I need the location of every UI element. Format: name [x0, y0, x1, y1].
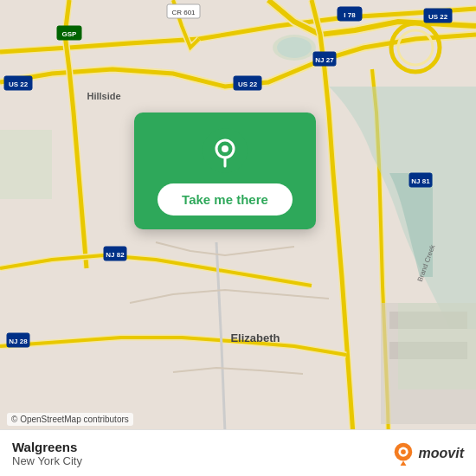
svg-rect-8 [0, 130, 52, 199]
svg-text:CR 601: CR 601 [171, 9, 196, 16]
moovit-text: moovit [419, 446, 464, 461]
svg-text:NJ 82: NJ 82 [106, 251, 125, 259]
moovit-logo: moovit [391, 441, 464, 466]
location-info: Walgreens New York City [12, 440, 82, 467]
svg-point-7 [273, 35, 316, 61]
svg-text:I 78: I 78 [344, 11, 356, 19]
svg-text:NJ 28: NJ 28 [9, 338, 28, 345]
svg-point-37 [222, 145, 228, 152]
svg-rect-9 [398, 303, 476, 389]
take-me-there-button[interactable]: Take me there [158, 183, 293, 215]
svg-text:US 22: US 22 [238, 80, 258, 88]
map-container: CR 601 I 78 US 22 US 22 US 22 GSP NJ 27 … [0, 0, 476, 476]
map-pin-icon [203, 128, 248, 173]
svg-text:NJ 27: NJ 27 [315, 56, 334, 64]
location-card: Take me there [134, 113, 316, 229]
osm-attribution: © OpenStreetMap contributors [7, 413, 133, 426]
moovit-pin-icon [391, 441, 415, 466]
svg-text:Elizabeth: Elizabeth [230, 331, 280, 344]
svg-text:US 22: US 22 [9, 80, 29, 88]
map-background: CR 601 I 78 US 22 US 22 US 22 GSP NJ 27 … [0, 0, 476, 476]
svg-text:NJ 81: NJ 81 [411, 177, 430, 185]
svg-text:GSP: GSP [62, 30, 78, 38]
svg-point-41 [401, 449, 406, 454]
location-name: Walgreens [12, 440, 82, 454]
bottom-bar: Walgreens New York City moovit [0, 429, 476, 476]
svg-text:Hillside: Hillside [87, 91, 120, 101]
svg-text:US 22: US 22 [428, 13, 448, 21]
location-city: New York City [12, 454, 82, 467]
